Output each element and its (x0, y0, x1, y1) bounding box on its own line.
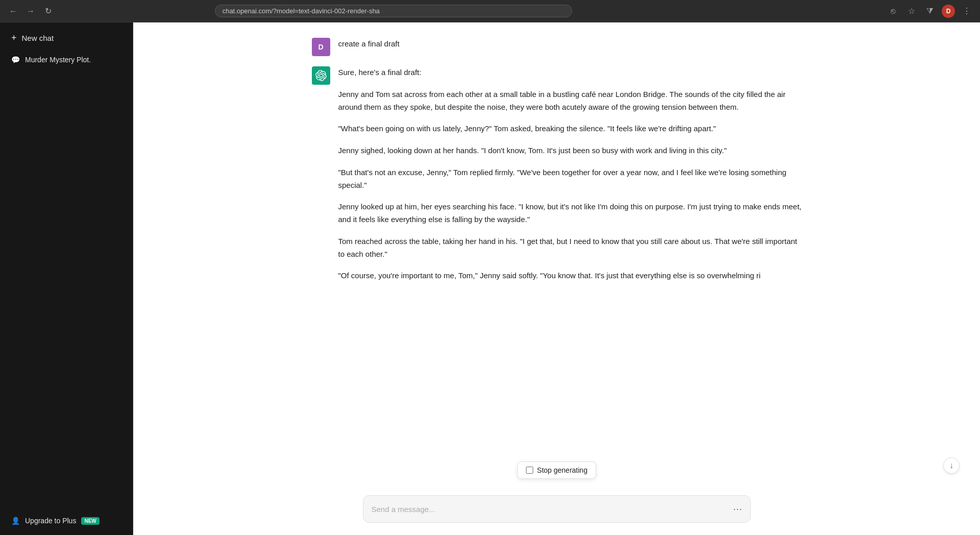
ai-paragraph-7: "Of course, you're important to me, Tom,… (338, 270, 802, 282)
history-item-label: Murder Mystery Plot. (25, 56, 96, 64)
new-chat-button[interactable]: + New chat (4, 27, 129, 50)
ai-paragraph-5: Jenny looked up at him, her eyes searchi… (338, 201, 802, 226)
scroll-to-bottom-button[interactable]: ↓ (943, 457, 960, 474)
new-chat-label: New chat (22, 34, 54, 42)
openai-logo-icon (315, 70, 327, 81)
input-more-button[interactable]: ⋯ (733, 503, 742, 515)
upgrade-label: Upgrade to Plus (25, 517, 76, 525)
user-message-text: create a final draft (338, 38, 802, 51)
stop-checkbox-icon (526, 467, 533, 474)
ai-avatar (312, 66, 330, 85)
more-options-icon: ⋯ (733, 503, 742, 515)
input-area: ⋯ (133, 487, 980, 535)
stop-generating-button[interactable]: Stop generating (517, 461, 596, 479)
scroll-down-icon: ↓ (949, 461, 953, 470)
user-message-content: create a final draft (338, 38, 802, 56)
edit-chat-button[interactable]: ✎ (101, 55, 109, 65)
browser-profile-avatar: D (942, 5, 955, 18)
stop-generating-label: Stop generating (537, 466, 587, 474)
star-button[interactable]: ☆ (904, 4, 919, 18)
sidebar-spacer (4, 70, 129, 510)
address-bar[interactable]: chat.openai.com/?model=text-davinci-002-… (215, 5, 572, 17)
ai-message-row: Sure, here's a final draft: Jenny and To… (251, 61, 863, 287)
new-chat-plus-icon: + (11, 33, 17, 43)
profile-menu-button[interactable]: D (941, 4, 955, 18)
delete-chat-button[interactable]: 🗑 (112, 55, 121, 65)
forward-button[interactable]: → (23, 4, 38, 18)
user-message-row: D create a final draft (251, 33, 863, 61)
sidebar: + New chat 💬 Murder Mystery Plot. ✎ 🗑 👤 … (0, 22, 133, 535)
user-icon: 👤 (11, 517, 20, 525)
app-layout: + New chat 💬 Murder Mystery Plot. ✎ 🗑 👤 … (0, 22, 980, 535)
back-button[interactable]: ← (6, 4, 20, 18)
input-container: ⋯ (363, 495, 751, 523)
ai-paragraph-3: Jenny sighed, looking down at her hands.… (338, 144, 802, 157)
user-avatar: D (312, 38, 330, 56)
chat-icon: 💬 (11, 56, 20, 64)
browser-menu-button[interactable]: ⋮ (960, 4, 974, 18)
main-content: D create a final draft Sure, here's a fi… (133, 22, 980, 535)
address-bar-text: chat.openai.com/?model=text-davinci-002-… (223, 7, 380, 15)
message-input[interactable] (372, 503, 728, 515)
ai-paragraph-6: Tom reached across the table, taking her… (338, 235, 802, 261)
browser-chrome: ← → ↻ chat.openai.com/?model=text-davinc… (0, 0, 980, 22)
new-badge: NEW (81, 517, 99, 525)
browser-actions: ⎋ ☆ ⧩ D ⋮ (886, 4, 974, 18)
share-button[interactable]: ⎋ (886, 4, 900, 18)
ai-paragraph-4: "But that's not an excuse, Jenny," Tom r… (338, 166, 802, 192)
chat-scroll-area[interactable]: D create a final draft Sure, here's a fi… (133, 22, 980, 487)
extensions-button[interactable]: ⧩ (923, 4, 937, 18)
browser-nav-buttons: ← → ↻ (6, 4, 55, 18)
ai-paragraph-2: "What's been going on with us lately, Je… (338, 123, 802, 135)
history-item-murder-mystery[interactable]: 💬 Murder Mystery Plot. ✎ 🗑 (4, 50, 129, 70)
ai-intro: Sure, here's a final draft: (338, 66, 802, 79)
upgrade-to-plus-button[interactable]: 👤 Upgrade to Plus NEW (4, 510, 129, 531)
reload-button[interactable]: ↻ (41, 4, 55, 18)
ai-message-content: Sure, here's a final draft: Jenny and To… (338, 66, 802, 282)
ai-paragraph-1: Jenny and Tom sat across from each other… (338, 88, 802, 114)
